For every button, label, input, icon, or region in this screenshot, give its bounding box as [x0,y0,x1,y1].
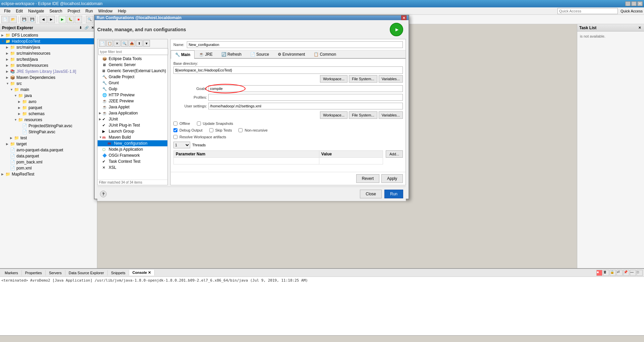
tab-refresh[interactable]: 🔄 Refresh [217,50,246,58]
toolbar-debug[interactable]: 🐛 [67,16,74,23]
user-settings-input[interactable] [208,103,403,109]
console-minimize-btn[interactable]: — [630,270,636,276]
console-word-wrap-btn[interactable]: ⏎ [616,270,623,276]
tab-markers[interactable]: Markers [1,270,22,276]
tab-servers[interactable]: Servers [46,270,65,276]
skip-tests-checkbox[interactable] [209,128,213,132]
tree-item-src-main-java[interactable]: ▶ 📁 src/main/java [0,44,97,50]
collapse-all-button[interactable]: ⬇ [78,26,83,30]
config-item-xsl[interactable]: ✕ XSL [98,164,167,170]
tree-item-jre[interactable]: ▶ 📚 JRE System Library [JavaSE-1.8] [0,68,97,75]
threads-select[interactable]: 1 2 4 [173,142,190,148]
config-new-btn[interactable]: 📄 [99,40,106,47]
offline-checkbox[interactable] [173,121,177,126]
config-item-launch-group[interactable]: ▶ Launch Group [98,128,167,134]
menu-run[interactable]: Run [83,8,96,14]
tree-item-pom-back[interactable]: 📄 pom_back.xml [0,159,97,165]
config-item-generic-server-ext[interactable]: 🖥 Generic Server(External Launch) [98,68,167,74]
toolbar-new[interactable]: 📄 [1,16,9,23]
resolve-workspace-checkbox[interactable] [173,135,177,139]
config-duplicate-btn[interactable]: 📋 [106,40,113,47]
maximize-button[interactable]: □ [631,1,637,6]
console-pin-btn[interactable]: 📌 [623,270,629,276]
config-item-j2ee[interactable]: ☕ J2EE Preview [98,98,167,104]
menu-help[interactable]: Help [115,8,129,14]
non-recursive-checkbox[interactable] [238,128,243,132]
tree-item-src-test-java[interactable]: ▶ 📁 src/test/java [0,56,97,62]
debug-output-checkbox[interactable] [173,128,177,132]
config-item-junit-plugin[interactable]: ✔ JUnit Plug-in Test [98,122,167,128]
tree-item-parquet[interactable]: ▶ 📁 parquet [0,105,97,111]
toolbar-open[interactable]: 📂 [9,16,17,23]
tab-console[interactable]: Console ✕ [129,270,155,276]
tab-main[interactable]: 🔧 Main [171,50,195,59]
tree-item-java[interactable]: ▼ 📁 java [0,93,97,99]
config-filter-input[interactable] [98,48,168,55]
tab-properties[interactable]: Properties [22,270,46,276]
base-dir-input[interactable] [173,66,403,74]
console-clear-btn[interactable]: 🗑 [603,270,609,276]
config-item-gradle[interactable]: 🔨 Gradle Project [98,74,167,80]
tree-item-stringpair[interactable]: 📄 StringPair.avsc [0,129,97,135]
name-input[interactable] [187,41,403,48]
tree-item-avro-parquet[interactable]: 📄 avro-parquet-data.parquet [0,147,97,153]
config-item-grunt[interactable]: 🔧 Grunt [98,80,167,86]
toolbar-save[interactable]: 💾 [20,16,28,23]
tree-item-hadoop[interactable]: ▼ 📁 HadoopEcoTest [0,38,97,44]
tree-item-mapred[interactable]: ▶ 📁 MapRedTest [0,171,97,177]
dialog-close-button[interactable]: ✕ [401,15,407,20]
config-item-task-context[interactable]: ✔ Task Context Test [98,158,167,164]
tree-item-schemas[interactable]: ▶ 📁 schemas [0,111,97,117]
toolbar-search[interactable]: 🔍 [86,16,93,23]
config-export-btn[interactable]: 📤 [128,40,135,47]
minimize-button[interactable]: _ [625,1,631,6]
config-item-nodejs[interactable]: ⬡ Node.js Application [98,146,167,152]
config-more-btn[interactable]: ▼ [143,40,150,47]
tree-item-pom[interactable]: 📄 pom.xml [0,165,97,171]
link-editor-button[interactable]: 🔗 [84,26,90,30]
tree-item-resources[interactable]: ▼ 📁 resources [0,117,97,123]
tree-item-src-test-res[interactable]: ▶ 📁 src/test/resources [0,62,97,68]
config-item-gulp[interactable]: 🔧 Gulp [98,86,167,92]
toolbar-save-all[interactable]: 💾 [29,16,36,23]
update-snapshots-checkbox[interactable] [197,121,201,126]
menu-search[interactable]: Search [47,8,65,14]
toolbar-run[interactable]: ▶ [59,16,66,23]
close-tasklist-button[interactable]: ✕ [637,26,642,30]
console-stop-btn[interactable]: ■ [596,270,602,276]
tree-item-test[interactable]: ▶ 📁 test [0,135,97,141]
apply-button[interactable]: Apply [381,174,403,183]
filesystem-btn2[interactable]: File System... [349,111,377,119]
menu-edit[interactable]: Edit [13,8,25,14]
tree-item-src-main-res[interactable]: ▶ 📁 src/main/resources [0,50,97,56]
tab-environment[interactable]: ⚙ Environment [273,50,309,58]
tree-item-dfs[interactable]: ▶ 📁 DFS Locations [0,32,97,38]
tab-source[interactable]: 📄 Source [246,50,273,58]
config-item-eclipse-data-tools[interactable]: 📦 Eclipse Data Tools [98,56,167,62]
workspace-btn2[interactable]: Workspace... [320,111,347,119]
profiles-input[interactable] [208,94,403,101]
revert-button[interactable]: Revert [356,174,379,183]
variables-btn[interactable]: Variables... [379,75,403,83]
tree-item-avro[interactable]: ▶ 📁 avro [0,99,97,105]
help-button[interactable]: ? [100,191,107,197]
tree-item-src[interactable]: ▼ 📁 src [0,81,97,87]
tree-item-target[interactable]: ▶ 📁 target [0,141,97,147]
add-parameter-button[interactable]: Add... [386,150,403,158]
tab-jre[interactable]: ☕ JRE [195,50,217,58]
menu-file[interactable]: File [1,8,13,14]
tab-datasource[interactable]: Data Source Explorer [65,270,108,276]
tree-item-data-parquet[interactable]: 📄 data.parquet [0,153,97,159]
tab-common[interactable]: 📋 Common [309,50,340,58]
tab-snippets[interactable]: Snippets [108,270,129,276]
tree-item-main[interactable]: ▼ 📁 main [0,87,97,93]
config-item-generic-server[interactable]: 🖥 Generic Server [98,62,167,68]
console-scroll-lock-btn[interactable]: 🔒 [610,270,616,276]
config-item-maven-build[interactable]: ▼ m Maven Build [98,134,167,140]
config-item-http-preview[interactable]: 🌐 HTTP Preview [98,92,167,98]
close-dialog-button[interactable]: Close [360,190,382,198]
menu-window[interactable]: Window [96,8,115,14]
tree-item-projected[interactable]: 📄 ProjectedStringPair.avsc [0,123,97,129]
menu-project[interactable]: Project [65,8,83,14]
dialog-run-icon-button[interactable]: ▶ [390,23,403,36]
